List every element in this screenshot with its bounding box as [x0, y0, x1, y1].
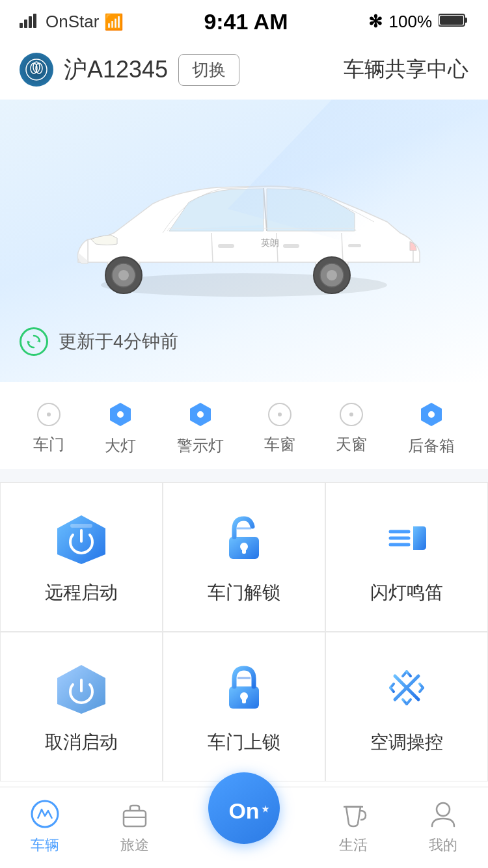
door-status-icon — [37, 403, 61, 426]
status-time: 9:41 AM — [204, 9, 288, 34]
status-item-hazard[interactable]: 警示灯 — [177, 401, 224, 456]
cancel-start-button[interactable]: 取消启动 — [0, 632, 163, 781]
svg-rect-66 — [124, 811, 146, 826]
svg-rect-42 — [242, 549, 246, 554]
trunk-label: 后备箱 — [408, 435, 455, 456]
cancel-start-icon — [49, 658, 114, 717]
bluetooth-icon: ✻ — [368, 12, 383, 32]
switch-button[interactable]: 切换 — [178, 54, 239, 86]
svg-rect-2 — [29, 16, 32, 28]
sunroof-status-icon — [340, 403, 363, 426]
svg-point-7 — [26, 59, 47, 80]
tab-on-center[interactable]: On — [208, 798, 280, 854]
share-center-label[interactable]: 车辆共享中心 — [344, 55, 468, 84]
ac-control-icon — [374, 658, 439, 717]
refresh-icon[interactable] — [20, 327, 48, 356]
svg-rect-39 — [70, 524, 92, 528]
remote-start-label: 远程启动 — [45, 580, 118, 605]
vehicle-tab-label: 车辆 — [31, 835, 59, 855]
battery-icon — [439, 12, 468, 32]
life-icon — [337, 798, 370, 830]
tab-vehicle[interactable]: 车辆 — [29, 798, 61, 855]
door-label: 车门 — [33, 434, 64, 455]
signal-icon — [20, 12, 40, 33]
svg-point-65 — [32, 801, 58, 827]
wifi-icon: 📶 — [104, 13, 124, 31]
trip-icon — [118, 798, 151, 830]
door-lock-label: 车门上锁 — [208, 730, 280, 755]
door-lock-icon — [211, 658, 277, 717]
door-unlock-label: 车门解锁 — [208, 580, 280, 605]
cancel-start-label: 取消启动 — [45, 730, 118, 755]
hazard-label: 警示灯 — [177, 435, 224, 456]
svg-rect-17 — [283, 244, 299, 248]
status-item-window[interactable]: 车窗 — [264, 403, 295, 455]
svg-rect-6 — [440, 16, 463, 25]
window-status-icon — [268, 403, 291, 426]
svg-point-30 — [117, 411, 124, 418]
on-center-button[interactable]: On — [208, 772, 280, 844]
svg-rect-0 — [20, 23, 23, 28]
svg-rect-16 — [218, 244, 234, 248]
remote-start-icon — [49, 509, 114, 567]
carrier-name: OnStar — [46, 12, 99, 32]
plate-number: 沪A12345 — [64, 54, 168, 86]
sunroof-label: 天窗 — [336, 434, 367, 455]
headlight-label: 大灯 — [105, 435, 136, 456]
svg-point-32 — [197, 411, 204, 418]
action-grid: 远程启动 车门解锁 — [0, 482, 488, 781]
profile-icon — [427, 798, 459, 830]
hazard-status-icon — [189, 401, 212, 427]
trip-tab-label: 旅途 — [120, 835, 149, 855]
status-item-headlight[interactable]: 大灯 — [105, 401, 136, 456]
header: 沪A12345 切换 车辆共享中心 — [0, 40, 488, 100]
tab-trip[interactable]: 旅途 — [118, 798, 151, 855]
buick-logo — [20, 53, 53, 87]
svg-marker-68 — [262, 805, 269, 813]
svg-point-33 — [278, 413, 282, 416]
status-right: ✻ 100% — [368, 12, 469, 32]
tab-life[interactable]: 生活 — [337, 798, 370, 855]
svg-rect-3 — [33, 14, 36, 28]
flash-horn-icon — [374, 509, 439, 567]
life-tab-label: 生活 — [339, 835, 368, 855]
svg-rect-1 — [24, 20, 27, 28]
profile-tab-label: 我的 — [429, 835, 457, 855]
update-text: 更新于4分钟前 — [59, 329, 178, 354]
vehicle-icon — [29, 798, 61, 830]
status-item-door[interactable]: 车门 — [33, 403, 64, 455]
status-item-trunk[interactable]: 后备箱 — [408, 401, 455, 456]
trunk-status-icon — [420, 401, 443, 427]
tab-profile[interactable]: 我的 — [427, 798, 459, 855]
headlight-status-icon — [109, 401, 132, 427]
svg-point-24 — [327, 270, 337, 280]
car-section: 英朗 更新于4分钟前 — [0, 100, 488, 382]
door-unlock-icon — [211, 509, 277, 567]
door-lock-button[interactable]: 车门上锁 — [163, 632, 325, 781]
remote-start-button[interactable]: 远程启动 — [0, 482, 163, 632]
svg-point-70 — [437, 803, 450, 816]
status-item-sunroof[interactable]: 天窗 — [336, 403, 367, 455]
svg-point-21 — [118, 270, 129, 280]
svg-point-36 — [428, 411, 435, 418]
flash-horn-button[interactable]: 闪灯鸣笛 — [325, 482, 488, 632]
update-info: 更新于4分钟前 — [0, 321, 488, 369]
battery-percent: 100% — [389, 12, 433, 32]
status-left: OnStar 📶 — [20, 12, 124, 33]
window-label: 车窗 — [264, 434, 295, 455]
tab-bar: 车辆 旅途 On — [0, 787, 488, 868]
door-unlock-button[interactable]: 车门解锁 — [163, 482, 325, 632]
header-left: 沪A12345 切换 — [20, 53, 239, 87]
svg-point-34 — [349, 413, 353, 416]
ac-control-button[interactable]: 空调操控 — [325, 632, 488, 781]
status-bar: OnStar 📶 9:41 AM ✻ 100% — [0, 0, 488, 40]
status-icons-row: 车门 大灯 警示灯 车窗 天窗 — [0, 382, 488, 469]
ac-control-label: 空调操控 — [370, 730, 443, 755]
svg-rect-51 — [242, 698, 246, 703]
svg-rect-5 — [465, 18, 467, 23]
svg-text:英朗: 英朗 — [261, 237, 279, 248]
svg-point-28 — [47, 413, 51, 416]
flash-horn-label: 闪灯鸣笛 — [370, 580, 443, 605]
